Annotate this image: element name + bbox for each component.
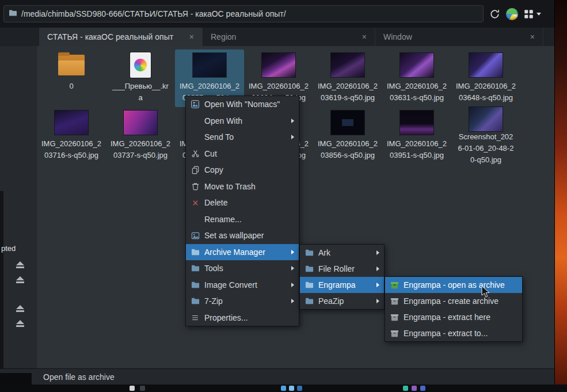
- file-item-preview-kra[interactable]: ___Превью__.kra: [106, 50, 175, 107]
- menu-item-move-to-trash[interactable]: Move to Trash: [186, 178, 299, 195]
- menu-item-7-zip[interactable]: 7-Zip: [186, 293, 299, 310]
- globe-icon: [506, 8, 518, 20]
- address-input[interactable]: [21, 9, 478, 18]
- eject-icon[interactable]: [16, 305, 24, 312]
- submenu-arrow-icon: [376, 250, 379, 255]
- tab-label: Region: [211, 32, 236, 41]
- grid-view-icon: [524, 9, 534, 19]
- menu-item-engrampa-open-as-archive[interactable]: Engrampa - open as archive: [385, 277, 522, 293]
- taskbar-icon[interactable]: [289, 386, 294, 391]
- taskbar-icon[interactable]: [140, 386, 145, 391]
- status-text: Open file as archive: [43, 372, 115, 382]
- taskbar-icon[interactable]: [403, 386, 408, 391]
- file-item-folder-0[interactable]: 0: [37, 50, 106, 107]
- properties-icon: [191, 313, 200, 322]
- status-bar: Open file as archive: [0, 368, 554, 385]
- menu-item-tools[interactable]: Tools: [186, 260, 299, 277]
- submenu-arrow-icon: [291, 283, 294, 287]
- tab-close-icon[interactable]: ×: [362, 32, 367, 41]
- refresh-icon: [489, 9, 500, 20]
- menu-item-rename[interactable]: Rename...: [186, 211, 299, 228]
- menu-item-engrampa[interactable]: Engrampa: [300, 277, 384, 293]
- taskbar-icon[interactable]: [297, 386, 302, 391]
- submenu-arrow-icon: [376, 267, 379, 271]
- eject-icon[interactable]: [16, 320, 24, 327]
- image-thumbnail: [124, 111, 157, 135]
- eject-icon[interactable]: [16, 276, 24, 283]
- cut-icon: [191, 149, 200, 158]
- file-item-image[interactable]: IMG_20260106_203648-s-q50.jpg: [451, 50, 520, 107]
- tab-label: СТАТЬЯ - какаОС реальный опыт: [47, 32, 173, 41]
- taskbar-icon[interactable]: [281, 386, 286, 391]
- address-bar[interactable]: [3, 5, 484, 22]
- view-grid-button[interactable]: [524, 9, 541, 19]
- tab-region[interactable]: Region ×: [203, 28, 375, 46]
- file-item-image[interactable]: IMG_20260106_203951-s-q50.jpg: [382, 107, 451, 165]
- menu-item-image-convert[interactable]: Image Convert: [186, 277, 299, 294]
- menu-item-set-as-wallpaper[interactable]: Set as wallpaper: [186, 227, 299, 244]
- taskbar-icon[interactable]: [420, 386, 425, 391]
- file-item-image[interactable]: IMG_20260106_203619-s-q50.jpg: [313, 50, 382, 107]
- tab-close-icon[interactable]: ×: [189, 32, 194, 41]
- image-thumbnail: [262, 53, 295, 77]
- submenu-arrow-icon: [291, 250, 294, 254]
- eject-icon[interactable]: [16, 261, 24, 268]
- folder-icon: [191, 248, 200, 257]
- submenu-arrow-icon: [376, 283, 379, 287]
- taskbar-icon[interactable]: [130, 386, 135, 391]
- menu-item-engrampa-extract-to[interactable]: Engrampa - extract to...: [385, 325, 522, 341]
- image-thumbnail: [400, 111, 433, 135]
- folder-icon: [191, 264, 200, 273]
- folder-icon: [305, 280, 314, 290]
- archive-manager-submenu: Ark File Roller Engrampa PeaZip: [299, 244, 385, 310]
- file-item-image[interactable]: IMG_20260106_203716-s-q50.jpg: [37, 107, 106, 165]
- app-globe-button[interactable]: [506, 8, 518, 20]
- folder-icon: [191, 296, 200, 306]
- tab-label: Window: [383, 32, 412, 41]
- refresh-button[interactable]: [489, 9, 500, 20]
- toolbar: [0, 0, 554, 28]
- wallpaper-icon: [191, 231, 200, 240]
- submenu-arrow-icon: [376, 299, 379, 303]
- submenu-arrow-icon: [291, 299, 294, 303]
- menu-item-copy[interactable]: Copy: [186, 162, 299, 178]
- file-item-image[interactable]: IMG_20260106_203737-s-q50.jpg: [106, 107, 175, 165]
- menu-item-ark[interactable]: Ark: [300, 245, 384, 261]
- taskbar-icon[interactable]: [412, 386, 417, 391]
- context-menu: Open With "Nomacs" Open With Send To Cut…: [185, 96, 299, 326]
- menu-item-properties[interactable]: Properties...: [186, 310, 299, 326]
- tab-close-icon[interactable]: ×: [530, 32, 535, 41]
- tab-statya[interactable]: СТАТЬЯ - какаОС реальный опыт ×: [39, 28, 203, 46]
- image-thumbnail: [400, 53, 433, 77]
- menu-item-file-roller[interactable]: File Roller: [300, 261, 384, 277]
- mouse-cursor: [481, 286, 490, 300]
- sidebar: pted: [0, 46, 37, 368]
- tab-window[interactable]: Window ×: [375, 28, 543, 46]
- file-item-screenshot[interactable]: Screenshot_2026-01-06_20-48-20-q50.jpg: [451, 107, 520, 165]
- taskbar[interactable]: [0, 385, 567, 392]
- menu-item-archive-manager[interactable]: Archive Manager: [186, 244, 299, 261]
- menu-item-engrampa-extract-here[interactable]: Engrampa - extract here: [385, 309, 522, 325]
- archive-green-icon: [390, 280, 399, 290]
- menu-item-send-to[interactable]: Send To: [186, 129, 299, 146]
- file-item-image[interactable]: IMG_20260106_203856-s-q50.jpg: [313, 107, 382, 165]
- image-thumbnail: [331, 53, 364, 77]
- folder-icon: [191, 280, 200, 290]
- delete-icon: [191, 198, 200, 207]
- file-item-image[interactable]: IMG_20260106_203631-s-q50.jpg: [382, 50, 451, 107]
- corner-box: [0, 373, 32, 385]
- menu-item-peazip[interactable]: PeaZip: [300, 293, 384, 309]
- menu-item-delete[interactable]: Delete: [186, 195, 299, 211]
- menu-item-open-with-nomacs[interactable]: Open With "Nomacs": [186, 96, 299, 113]
- nomacs-icon: [191, 100, 200, 109]
- image-thumbnail: [55, 111, 88, 135]
- menu-item-engrampa-create-archive[interactable]: Engrampa - create archive: [385, 293, 522, 309]
- tab-bar: СТАТЬЯ - какаОС реальный опыт × Region ×…: [0, 28, 554, 46]
- krita-file-thumbnail: [130, 52, 151, 78]
- image-thumbnail: [193, 53, 226, 77]
- menu-item-open-with[interactable]: Open With: [186, 113, 299, 130]
- folder-icon: [305, 296, 314, 306]
- folder-icon: [9, 9, 17, 19]
- archive-icon: [390, 296, 399, 306]
- menu-item-cut[interactable]: Cut: [186, 146, 299, 162]
